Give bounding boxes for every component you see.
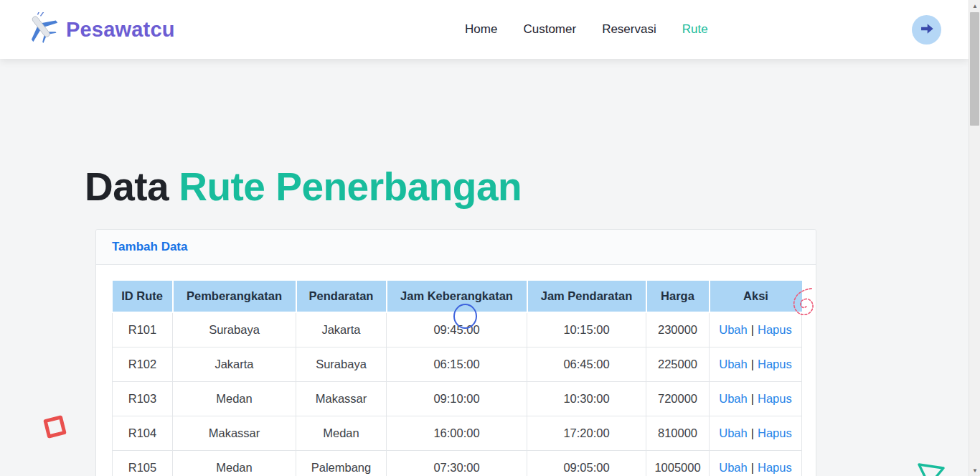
departure-city-cell: Medan (173, 382, 296, 416)
arrival-time-cell: 10:15:00 (527, 312, 646, 347)
arrival-city-cell: Medan (296, 416, 387, 451)
arrival-time-cell: 10:30:00 (527, 382, 646, 416)
action-separator: | (751, 461, 754, 474)
main-nav: HomeCustomerReservasiRute (379, 22, 708, 37)
action-separator: | (751, 358, 754, 370)
route-id-cell: R102 (113, 347, 173, 382)
price-cell: 225000 (646, 347, 710, 382)
page-title-highlight: Rute Penerbangan (179, 164, 522, 209)
arrival-city-cell: Jakarta (296, 312, 387, 347)
main-content: DataRute Penerbangan Tambah Data ID Rute… (0, 164, 980, 476)
arrival-time-cell: 09:05:00 (527, 451, 646, 476)
ubah-link[interactable]: Ubah (719, 392, 747, 405)
table-row-r102: R102JakartaSurabaya06:15:0006:45:0022500… (113, 347, 802, 382)
right-arrow-icon (918, 19, 936, 40)
brand[interactable]: Pesawatcu (24, 12, 175, 47)
nav-item-rute[interactable]: Rute (682, 22, 708, 37)
action-separator: | (751, 392, 754, 405)
routes-table: ID RutePemberangkatanPendaratanJam Keber… (112, 281, 802, 476)
arrival-time-cell: 06:45:00 (527, 347, 646, 382)
scroll-top-button[interactable] (912, 15, 941, 45)
actions-cell: Ubah|Hapus (710, 451, 802, 476)
arrival-city-cell: Palembang (296, 451, 387, 476)
column-header-pemberangkatan: Pemberangkatan (173, 281, 296, 312)
table-row-r103: R103MedanMakassar09:10:0010:30:00720000U… (113, 382, 802, 416)
table-row-r101: R101SurabayaJakarta09:45:0010:15:0023000… (113, 312, 802, 347)
page-title: DataRute Penerbangan (85, 164, 980, 210)
price-cell: 230000 (646, 312, 710, 347)
ubah-link[interactable]: Ubah (719, 358, 747, 370)
hapus-link[interactable]: Hapus (758, 426, 792, 439)
departure-time-cell: 09:45:00 (387, 312, 527, 347)
nav-item-home[interactable]: Home (465, 22, 497, 37)
page: Pesawatcu HomeCustomerReservasiRute Data… (0, 0, 980, 476)
column-header-pendaratan: Pendaratan (296, 281, 387, 312)
scrollbar-down-arrow-icon[interactable]: ▼ (969, 465, 980, 476)
departure-time-cell: 06:15:00 (387, 347, 527, 382)
action-separator: | (751, 323, 754, 336)
actions-cell: Ubah|Hapus (710, 347, 802, 382)
price-cell: 720000 (646, 382, 710, 416)
navbar: Pesawatcu HomeCustomerReservasiRute (0, 0, 969, 59)
action-separator: | (751, 426, 754, 439)
nav-item-customer[interactable]: Customer (523, 22, 576, 37)
arrival-city-cell: Makassar (296, 382, 387, 416)
column-header-jam-pendaratan: Jam Pendaratan (527, 281, 646, 312)
column-header-harga: Harga (646, 281, 710, 312)
route-id-cell: R101 (113, 312, 173, 347)
route-id-cell: R103 (113, 382, 173, 416)
ubah-link[interactable]: Ubah (719, 426, 747, 439)
column-header-id-rute: ID Rute (113, 281, 173, 312)
card-body: ID RutePemberangkatanPendaratanJam Keber… (96, 265, 816, 476)
ubah-link[interactable]: Ubah (719, 461, 747, 474)
hapus-link[interactable]: Hapus (758, 323, 792, 336)
scrollbar[interactable]: ▲ ▼ (969, 0, 980, 476)
nav-item-reservasi[interactable]: Reservasi (602, 22, 656, 37)
hapus-link[interactable]: Hapus (758, 392, 792, 405)
tambah-data-link[interactable]: Tambah Data (112, 240, 188, 253)
decorative-square (43, 415, 67, 439)
card-header: Tambah Data (96, 230, 816, 265)
departure-time-cell: 09:10:00 (387, 382, 527, 416)
route-id-cell: R105 (113, 451, 173, 476)
departure-city-cell: Makassar (173, 416, 296, 451)
table-header-row: ID RutePemberangkatanPendaratanJam Keber… (113, 281, 802, 312)
price-cell: 810000 (646, 416, 710, 451)
actions-cell: Ubah|Hapus (710, 312, 802, 347)
actions-cell: Ubah|Hapus (710, 416, 802, 451)
departure-time-cell: 16:00:00 (387, 416, 527, 451)
price-cell: 1005000 (646, 451, 710, 476)
column-header-aksi: Aksi (710, 281, 802, 312)
scrollbar-up-arrow-icon[interactable]: ▲ (969, 0, 980, 11)
arrival-city-cell: Surabaya (296, 347, 387, 382)
departure-city-cell: Medan (173, 451, 296, 476)
scrollbar-thumb[interactable] (970, 12, 979, 126)
routes-card: Tambah Data ID RutePemberangkatanPendara… (95, 229, 816, 476)
hapus-link[interactable]: Hapus (758, 461, 792, 474)
table-row-r105: R105MedanPalembang07:30:0009:05:00100500… (113, 451, 802, 476)
column-header-jam-keberangkatan: Jam Keberangkatan (387, 281, 527, 312)
route-id-cell: R104 (113, 416, 173, 451)
hapus-link[interactable]: Hapus (758, 358, 792, 370)
departure-city-cell: Surabaya (173, 312, 296, 347)
arrival-time-cell: 17:20:00 (527, 416, 646, 451)
decorative-triangle-icon (915, 460, 947, 476)
actions-cell: Ubah|Hapus (710, 382, 802, 416)
brand-name: Pesawatcu (66, 18, 175, 42)
page-title-prefix: Data (85, 164, 169, 209)
departure-time-cell: 07:30:00 (387, 451, 527, 476)
departure-city-cell: Jakarta (173, 347, 296, 382)
table-row-r104: R104MakassarMedan16:00:0017:20:00810000U… (113, 416, 802, 451)
ubah-link[interactable]: Ubah (719, 323, 747, 336)
airplane-logo-icon (24, 12, 59, 47)
